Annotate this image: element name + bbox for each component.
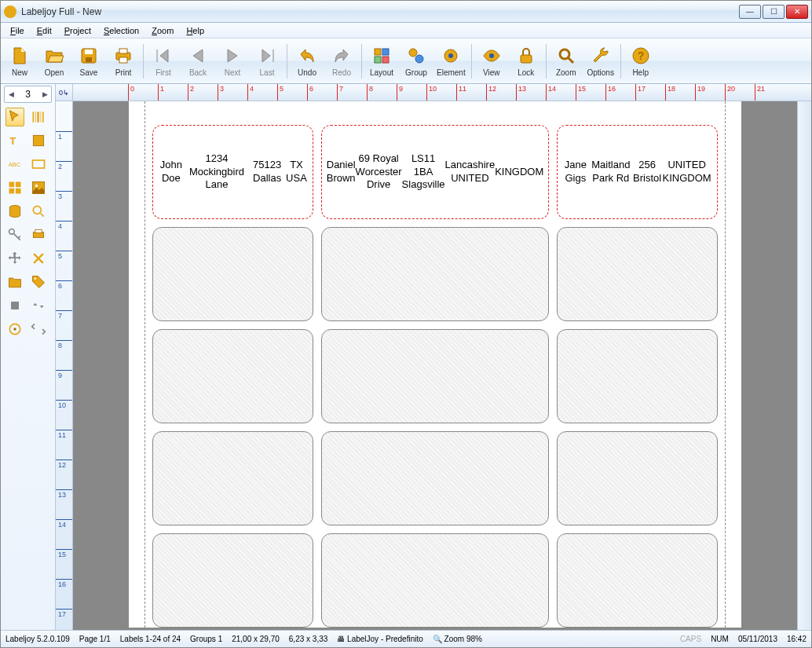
tool-delete[interactable] bbox=[29, 249, 48, 268]
spinner-prev-icon[interactable]: ◀ bbox=[5, 90, 17, 98]
group-button[interactable]: Group bbox=[399, 40, 433, 82]
tool-text[interactable]: T bbox=[5, 131, 24, 150]
menu-edit[interactable]: Edit bbox=[31, 26, 58, 35]
minimize-button[interactable]: — bbox=[739, 5, 761, 19]
view-button[interactable]: View bbox=[474, 40, 509, 82]
tool-flip[interactable] bbox=[29, 296, 48, 315]
page-spinner[interactable]: ◀ 3 ▶ bbox=[4, 86, 52, 103]
print-button[interactable]: Print bbox=[106, 40, 141, 82]
label-empty[interactable] bbox=[557, 329, 718, 423]
move2-icon bbox=[7, 298, 23, 313]
tool-folder[interactable] bbox=[5, 273, 24, 291]
toolbar: New Open Save Print First Back Next Last… bbox=[1, 38, 811, 84]
svg-point-37 bbox=[13, 328, 16, 330]
label-empty[interactable] bbox=[321, 329, 550, 423]
page-number: 3 bbox=[17, 89, 38, 100]
window-title: Labeljoy Full - New bbox=[21, 6, 739, 17]
svg-rect-9 bbox=[382, 57, 389, 63]
svg-point-28 bbox=[35, 185, 38, 187]
status-date: 05/11/2013 bbox=[738, 635, 777, 643]
svg-rect-23 bbox=[9, 182, 15, 188]
menu-zoom[interactable]: Zoom bbox=[145, 26, 180, 35]
tool-db[interactable] bbox=[5, 202, 24, 221]
label-filled[interactable]: Jane GigsMaitland Park Rd256 BristolUNIT… bbox=[557, 125, 718, 219]
magnifier-icon bbox=[555, 45, 577, 67]
svg-point-31 bbox=[9, 229, 15, 235]
options-button[interactable]: Options bbox=[583, 40, 618, 82]
menu-selection[interactable]: Selection bbox=[97, 26, 145, 35]
label-empty[interactable] bbox=[152, 431, 313, 525]
svg-point-34 bbox=[35, 278, 37, 280]
layout-button[interactable]: Layout bbox=[364, 40, 399, 82]
close-button[interactable]: ✕ bbox=[786, 5, 808, 19]
label-empty[interactable] bbox=[152, 329, 313, 423]
tool-grid[interactable] bbox=[5, 178, 24, 197]
tool-move[interactable] bbox=[5, 249, 24, 268]
maximize-button[interactable]: ☐ bbox=[763, 5, 785, 19]
label-empty[interactable] bbox=[321, 431, 550, 525]
tool-pointer[interactable] bbox=[5, 108, 24, 126]
label-empty[interactable] bbox=[321, 533, 550, 628]
label-filled[interactable]: John Doe1234 Mockingbird Lane75123 Dalla… bbox=[152, 125, 313, 219]
redo-button[interactable]: Redo bbox=[324, 40, 359, 82]
abc-icon: ABC bbox=[7, 156, 23, 172]
back-button[interactable]: Back bbox=[181, 40, 215, 82]
svg-rect-33 bbox=[35, 229, 42, 232]
tool-tag[interactable] bbox=[29, 273, 48, 291]
tool-abc[interactable]: ABC bbox=[5, 155, 24, 174]
printer-icon bbox=[112, 45, 134, 67]
tool-rect[interactable] bbox=[29, 155, 48, 174]
label-empty[interactable] bbox=[152, 533, 313, 628]
save-button[interactable]: Save bbox=[71, 40, 106, 82]
menu-help[interactable]: Help bbox=[180, 26, 210, 35]
svg-rect-22 bbox=[33, 160, 45, 168]
label-empty[interactable] bbox=[557, 431, 718, 525]
tool-target[interactable] bbox=[5, 320, 24, 339]
label-filled[interactable]: Daniel Brown69 Royal Worcester DriveLS11… bbox=[321, 125, 550, 219]
tool-magnify[interactable] bbox=[29, 202, 48, 221]
canvas-area[interactable]: John Doe1234 Mockingbird Lane75123 Dalla… bbox=[73, 101, 797, 630]
label-empty[interactable] bbox=[152, 227, 313, 321]
svg-point-11 bbox=[415, 55, 423, 63]
undo-button[interactable]: Undo bbox=[290, 40, 324, 82]
status-num: NUM bbox=[711, 635, 729, 643]
tool-barcode[interactable] bbox=[29, 108, 48, 126]
menu-project[interactable]: Project bbox=[58, 26, 97, 35]
first-button[interactable]: First bbox=[146, 40, 181, 82]
svg-rect-6 bbox=[375, 49, 381, 55]
help-button[interactable]: ?Help bbox=[624, 40, 658, 82]
label-empty[interactable] bbox=[321, 227, 550, 321]
lock-button[interactable]: Lock bbox=[509, 40, 543, 82]
spinner-next-icon[interactable]: ▶ bbox=[38, 90, 51, 98]
last-icon bbox=[256, 45, 278, 67]
next-button[interactable]: Next bbox=[215, 40, 250, 82]
group-icon bbox=[405, 45, 427, 67]
print2-icon bbox=[31, 227, 46, 243]
tool-move2[interactable] bbox=[5, 296, 24, 315]
zoom-button[interactable]: Zoom bbox=[549, 40, 583, 82]
vertical-scrollbar[interactable] bbox=[797, 101, 811, 630]
wrench-icon bbox=[590, 45, 612, 67]
new-button[interactable]: New bbox=[2, 40, 37, 82]
label-empty[interactable] bbox=[557, 533, 718, 628]
horizontal-ruler: 0123456789101112131415161718192021 bbox=[73, 84, 797, 101]
tool-print2[interactable] bbox=[29, 225, 48, 244]
tool-shape[interactable] bbox=[29, 131, 48, 150]
page: John Doe1234 Mockingbird Lane75123 Dalla… bbox=[129, 101, 741, 628]
menu-file[interactable]: File bbox=[4, 26, 31, 35]
back-icon bbox=[187, 45, 209, 67]
key-icon bbox=[7, 227, 23, 243]
open-button[interactable]: Open bbox=[37, 40, 71, 82]
label-empty[interactable] bbox=[557, 227, 718, 321]
tool-key[interactable] bbox=[5, 225, 24, 244]
tool-image[interactable] bbox=[29, 178, 48, 197]
last-button[interactable]: Last bbox=[250, 40, 284, 82]
tool-arrows[interactable] bbox=[29, 320, 48, 339]
delete-icon bbox=[31, 251, 46, 266]
svg-rect-20 bbox=[33, 135, 43, 145]
move-icon bbox=[7, 251, 23, 266]
db-icon bbox=[7, 203, 23, 219]
status-labels: Labels 1-24 of 24 bbox=[120, 635, 181, 643]
menubar: File Edit Project Selection Zoom Help bbox=[1, 23, 811, 38]
element-button[interactable]: Element bbox=[433, 40, 469, 82]
